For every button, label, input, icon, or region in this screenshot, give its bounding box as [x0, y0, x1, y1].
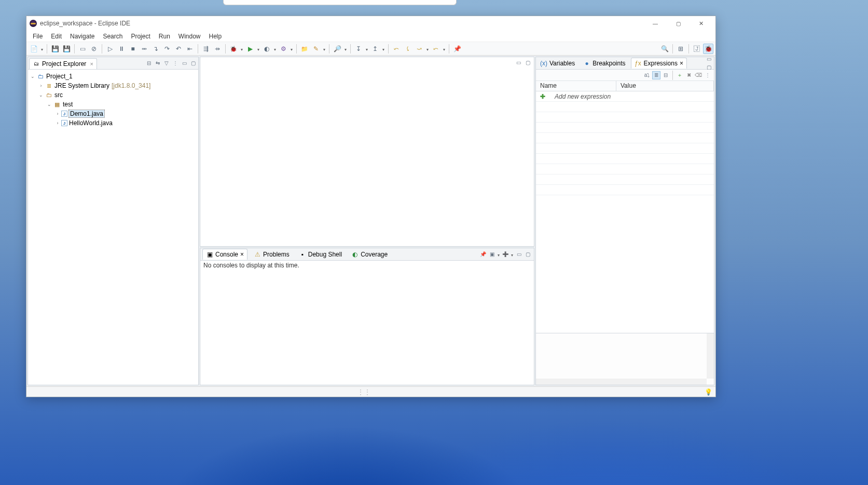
tree-file-helloworld[interactable]: › J HelloWorld.java [28, 118, 198, 128]
forward-button[interactable]: ⤻ [414, 44, 424, 54]
search-dropdown[interactable] [343, 45, 348, 52]
new-dropdown[interactable] [40, 45, 44, 52]
new-java-package-button[interactable] [299, 44, 310, 54]
collapse-all-button[interactable]: ⊟ [145, 59, 153, 68]
toggle-breadcrumb-button[interactable]: ▭ [77, 44, 88, 54]
expressions-table[interactable]: Name Value ✚ Add new expression [536, 81, 714, 333]
tab-debug-shell[interactable]: ▪ Debug Shell [296, 249, 345, 260]
coverage-dropdown[interactable] [273, 45, 277, 52]
close-tab-icon[interactable]: × [240, 251, 244, 258]
save-all-button[interactable]: 💾 [61, 44, 72, 54]
next-annotation-button[interactable]: ↧ [353, 44, 364, 54]
tab-breakpoints[interactable]: ● Breakpoints [580, 58, 628, 69]
drop-to-frame-button[interactable]: ⇤ [185, 44, 195, 54]
title-bar[interactable]: eclipse_workspace - Eclipse IDE [26, 16, 715, 31]
forward-dropdown[interactable] [425, 45, 430, 52]
twisty-open-icon[interactable]: ⌄ [29, 74, 36, 79]
external-tools-button[interactable] [278, 44, 288, 54]
display-console-button[interactable]: ▣ [488, 250, 496, 259]
step-filters-2-button[interactable]: ⇸ [212, 44, 223, 54]
debug-perspective-button[interactable]: 🐞 [703, 44, 713, 54]
external-tools-dropdown[interactable] [290, 45, 294, 52]
skip-breakpoints-button[interactable]: ⊘ [89, 44, 99, 54]
menu-run[interactable]: Run [155, 32, 174, 41]
suspend-button[interactable]: ⏸ [116, 44, 127, 54]
show-type-names-button[interactable]: a⤵ [643, 71, 651, 79]
minimize-view-button[interactable]: ▭ [180, 59, 188, 68]
menu-navigate[interactable]: Navigate [66, 32, 99, 41]
remove-all-button[interactable]: ⌫ [694, 71, 702, 79]
maximize-view-button[interactable]: ▢ [189, 59, 197, 68]
debug-button[interactable] [228, 44, 239, 54]
pin-editor-button[interactable]: 📌 [452, 44, 462, 54]
back-history-button[interactable]: ⤺ [391, 44, 402, 54]
add-expression-button[interactable]: ＋ [676, 71, 684, 79]
disconnect-button[interactable]: ⥈ [139, 44, 149, 54]
prev-annotation-button[interactable]: ↥ [370, 44, 380, 54]
java-perspective-button[interactable]: 🇯 [692, 44, 702, 54]
minimize-bottom-button[interactable]: ▭ [515, 250, 523, 259]
tree-jre-node[interactable]: › ≣ JRE System Library [jdk1.8.0_341] [28, 81, 198, 90]
open-console-dropdown[interactable] [510, 250, 514, 259]
pin-console-button[interactable]: 📌 [479, 250, 487, 259]
expressions-menu-button[interactable]: ⋮ [704, 71, 712, 79]
step-into-button[interactable]: ↴ [150, 44, 161, 54]
twisty-closed-icon[interactable]: › [54, 111, 61, 116]
tip-bulb-icon[interactable]: 💡 [705, 388, 712, 396]
new-button[interactable]: 📄 [29, 44, 39, 54]
tab-problems[interactable]: ⚠ Problems [251, 249, 293, 260]
resume-button[interactable]: ▷ [105, 44, 115, 54]
menu-edit[interactable]: Edit [47, 32, 66, 41]
collapse-all-expr-button[interactable]: ⊟ [662, 71, 670, 79]
link-editor-button[interactable]: ⇆ [154, 59, 162, 68]
coverage-button[interactable]: ◐ [261, 44, 272, 54]
menu-help[interactable]: Help [205, 32, 226, 41]
twisty-closed-icon[interactable]: › [54, 120, 61, 126]
editor-area[interactable]: ▭ ▢ [200, 57, 534, 247]
twisty-open-icon[interactable]: ⌄ [46, 102, 53, 107]
tree-project-node[interactable]: ⌄ 🗀 Project_1 [28, 72, 198, 81]
col-value[interactable]: Value [616, 81, 714, 91]
filter-button[interactable]: ▽ [162, 59, 171, 68]
show-logical-button[interactable]: ≣ [652, 71, 660, 79]
minimize-right-button[interactable]: ▭ [705, 55, 713, 63]
maximize-editor-button[interactable]: ▢ [523, 58, 532, 66]
tab-expressions[interactable]: ƒx Expressions × [631, 58, 687, 69]
view-menu-button[interactable]: ⋮ [171, 59, 180, 68]
menu-file[interactable]: File [29, 32, 47, 41]
col-name[interactable]: Name [536, 81, 616, 91]
use-step-filters-button[interactable]: ⇶ [201, 44, 211, 54]
tree-src-node[interactable]: ⌄ 🗀 src [28, 90, 198, 100]
horizontal-scrollbar[interactable] [536, 379, 707, 385]
open-type-button[interactable] [311, 44, 321, 54]
twisty-closed-icon[interactable]: › [37, 83, 45, 88]
minimize-editor-button[interactable]: ▭ [514, 58, 522, 66]
save-button[interactable]: 💾 [50, 44, 60, 54]
remove-expression-button[interactable]: ✖ [685, 71, 693, 79]
project-tree[interactable]: ⌄ 🗀 Project_1 › ≣ JRE System Library [jd… [28, 70, 198, 385]
tab-variables[interactable]: (x) Variables [537, 58, 578, 69]
step-over-button[interactable]: ↷ [162, 44, 172, 54]
maximize-bottom-button[interactable]: ▢ [523, 250, 532, 259]
prev-annotation-dropdown[interactable] [381, 45, 385, 52]
expression-detail-pane[interactable] [536, 333, 714, 385]
run-dropdown[interactable] [256, 45, 260, 52]
project-explorer-tab[interactable]: 🗂 Project Explorer × [29, 58, 97, 69]
console-body[interactable]: No consoles to display at this time. [200, 261, 534, 385]
back-button[interactable]: ⤹ [403, 44, 413, 54]
search-toolbar-button[interactable]: 🔎 [332, 44, 342, 54]
close-tab-icon[interactable]: × [680, 60, 683, 67]
step-return-button[interactable]: ↶ [173, 44, 184, 54]
close-button[interactable] [690, 16, 712, 31]
next-annotation-dropdown[interactable] [365, 45, 369, 52]
menu-search[interactable]: Search [99, 32, 127, 41]
status-drag-handle[interactable]: ⋮⋮ [357, 388, 371, 396]
twisty-open-icon[interactable]: ⌄ [37, 92, 45, 98]
forward-2-dropdown[interactable] [442, 45, 446, 52]
forward-2-button[interactable]: ⤺ [431, 44, 441, 54]
tab-coverage[interactable]: ◐ Coverage [348, 249, 391, 260]
open-perspective-button[interactable]: ⊞ [676, 44, 686, 54]
debug-dropdown[interactable] [240, 45, 244, 52]
minimize-button[interactable] [644, 16, 667, 31]
close-view-icon[interactable]: × [88, 61, 93, 67]
